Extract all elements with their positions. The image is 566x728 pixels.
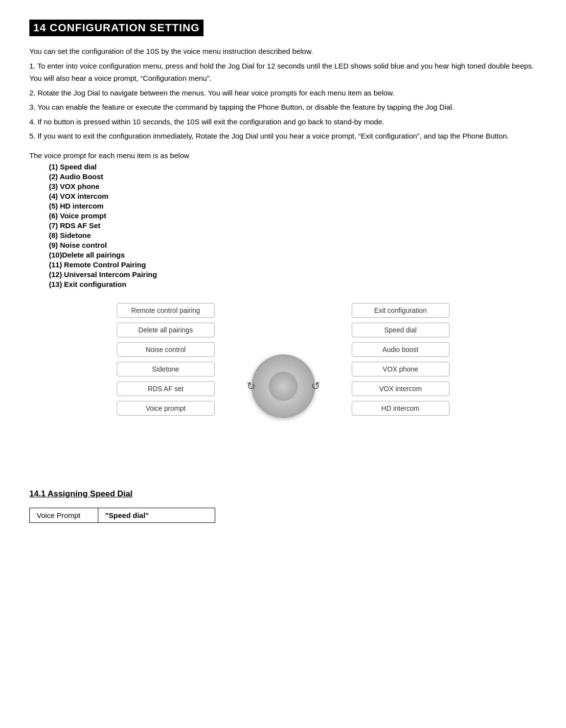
- table-cell-label: Voice Prompt: [30, 508, 98, 522]
- left-box-1: Remote control pairing: [117, 303, 215, 318]
- intro-block: You can set the configuration of the 10S…: [29, 45, 537, 142]
- table-row: Voice Prompt "Speed dial": [30, 508, 215, 522]
- jog-dial-diagram: ↻ ↺: [251, 354, 315, 418]
- right-box-3: Audio boost: [352, 342, 450, 357]
- menu-item-4: (4) VOX intercom: [49, 192, 537, 200]
- dial-outer: ↻ ↺: [251, 354, 315, 418]
- menu-item-5: (5) HD intercom: [49, 202, 537, 210]
- voice-prompt-intro: The voice prompt for each menu item is a…: [29, 151, 537, 160]
- page-title: 14 CONFIGURATION SETTING: [29, 20, 204, 36]
- right-box-6: HD intercom: [352, 401, 450, 416]
- left-box-4: Sidetone: [117, 362, 215, 376]
- menu-item-3: (3) VOX phone: [49, 182, 537, 190]
- subsection-title: 14.1 Assigning Speed Dial: [29, 489, 537, 499]
- menu-item-13: (13) Exit configuration: [49, 280, 537, 288]
- speed-dial-table: Voice Prompt "Speed dial": [29, 508, 215, 523]
- menu-item-6: (6) Voice prompt: [49, 211, 537, 220]
- right-box-5: VOX intercom: [352, 381, 450, 396]
- menu-item-10: (10)Delete all pairings: [49, 251, 537, 259]
- menu-item-2: (2) Audio Boost: [49, 172, 537, 181]
- menu-item-11: (11) Remote Control Pairing: [49, 260, 537, 269]
- menu-list: (1) Speed dial (2) Audio Boost (3) VOX p…: [49, 163, 537, 288]
- dial-arrow-left-icon: ↻: [247, 380, 255, 393]
- left-boxes: Remote control pairing Delete all pairin…: [117, 303, 215, 421]
- intro-p4: 3. You can enable the feature or execute…: [29, 101, 537, 114]
- left-box-3: Noise control: [117, 342, 215, 357]
- right-box-2: Speed dial: [352, 323, 450, 337]
- menu-item-9: (9) Noise control: [49, 241, 537, 249]
- left-box-2: Delete all pairings: [117, 323, 215, 337]
- right-box-1: Exit configuration: [352, 303, 450, 318]
- diagram-container: Remote control pairing Delete all pairin…: [117, 303, 450, 470]
- table-cell-value: "Speed dial": [98, 508, 215, 522]
- menu-item-8: (8) Sidetone: [49, 231, 537, 239]
- right-box-4: VOX phone: [352, 362, 450, 376]
- dial-arrow-right-icon: ↺: [311, 380, 320, 393]
- left-box-6: Voice prompt: [117, 401, 215, 416]
- dial-inner: [269, 372, 298, 401]
- right-boxes: Exit configuration Speed dial Audio boos…: [352, 303, 450, 421]
- menu-item-7: (7) RDS AF Set: [49, 221, 537, 230]
- voice-prompt-section: The voice prompt for each menu item is a…: [29, 151, 537, 288]
- menu-item-1: (1) Speed dial: [49, 163, 537, 171]
- intro-p3: 2. Rotate the Jog Dial to navigate betwe…: [29, 87, 537, 99]
- menu-item-12: (12) Universal Intercom Pairing: [49, 270, 537, 279]
- intro-p6: 5. If you want to exit the configuration…: [29, 130, 537, 142]
- intro-p5: 4. If no button is pressed within 10 sec…: [29, 116, 537, 128]
- subsection-141: 14.1 Assigning Speed Dial Voice Prompt "…: [29, 489, 537, 523]
- intro-p1: You can set the configuration of the 10S…: [29, 45, 537, 58]
- intro-p2: 1. To enter into voice configuration men…: [29, 60, 537, 85]
- left-box-5: RDS AF set: [117, 381, 215, 396]
